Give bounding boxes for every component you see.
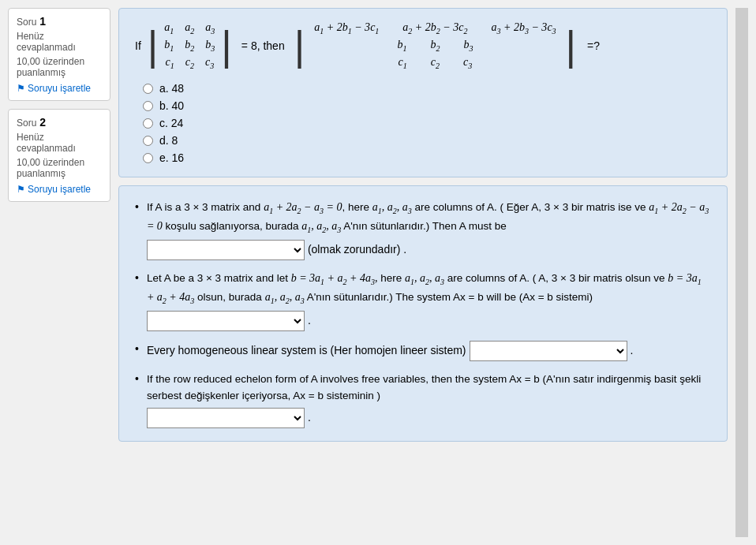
- flag-icon-1: ⚑: [17, 83, 25, 94]
- m-b3: b3: [205, 39, 215, 53]
- bullet-4: • If the row reduced echelon form of A i…: [135, 371, 711, 428]
- flag-icon-2: ⚑: [17, 184, 25, 195]
- result-label: =?: [587, 39, 600, 52]
- right-matrix: | a1 + 2b1 − 3c1 a2 + 2b2 − 3c2 a3 + 2b3…: [294, 21, 576, 69]
- rm-r2c3: b3: [463, 39, 473, 53]
- bullet-3-select-wrapper: consistent inconsistent: [470, 341, 627, 361]
- bullet-1-text: If A is a 3 × 3 matrix and a1 + 2a2 − a3…: [147, 199, 711, 237]
- m-c1: c1: [165, 56, 174, 70]
- rm-r2c1: b1: [397, 39, 406, 53]
- bullet-4-suffix: .: [308, 408, 311, 427]
- bullet-dot-2: •: [135, 271, 139, 284]
- question-card-2: • If A is a 3 × 3 matrix and a1 + 2a2 − …: [118, 185, 728, 441]
- option-c[interactable]: c. 24: [143, 117, 711, 129]
- if-label: If: [135, 39, 141, 52]
- equals-8-then: = 8, then: [241, 39, 285, 52]
- radio-b[interactable]: [143, 101, 153, 111]
- radio-options: a. 48 b. 40 c. 24 d. 8: [135, 82, 711, 164]
- left-matrix: | a1 a2 a3 b1 b2 b3: [148, 21, 232, 69]
- matrix-equation: If | a1 a2 a3 b1 b2: [135, 21, 711, 69]
- option-b[interactable]: b. 40: [143, 99, 711, 112]
- sidebar-status-1: Henüz cevaplanmadı: [17, 31, 102, 53]
- bullet-2-content: Let A be a 3 × 3 matrix and let b = 3a1 …: [147, 270, 711, 331]
- bullet-2: • Let A be a 3 × 3 matrix and let b = 3a…: [135, 270, 711, 331]
- bullet-2-suffix: .: [308, 311, 311, 330]
- content-area: If | a1 a2 a3 b1 b2: [118, 8, 728, 537]
- bullet-2-text: Let A be a 3 × 3 matrix and let b = 3a1 …: [147, 270, 711, 308]
- radio-c[interactable]: [143, 118, 153, 129]
- bullet-1-suffix: (olmak zorundadır) .: [308, 240, 406, 259]
- sidebar-points-1: 10,00 üzerinden puanlanmış: [17, 56, 102, 78]
- m-c3: c3: [205, 56, 214, 70]
- left-brace-open: |: [148, 25, 159, 66]
- rm-r1c2: a2 + 2b2 − 3c2: [402, 21, 467, 35]
- option-d[interactable]: d. 8: [143, 134, 711, 147]
- bullet-dot-4: •: [135, 372, 139, 385]
- m-a1: a1: [164, 21, 174, 35]
- right-brace-close: |: [566, 25, 577, 66]
- option-e-label: e. 16: [159, 151, 184, 164]
- bullet-dot-1: •: [135, 200, 139, 213]
- bullet-1: • If A is a 3 × 3 matrix and a1 + 2a2 − …: [135, 199, 711, 260]
- q2-content: • If A is a 3 × 3 matrix and a1 + 2a2 − …: [135, 199, 711, 427]
- m-b2: b2: [185, 39, 194, 53]
- sidebar-status-2: Henüz cevaplanmadı: [17, 132, 102, 154]
- main-container: Soru 1 Henüz cevaplanmadı 10,00 üzerinde…: [0, 0, 756, 545]
- radio-a[interactable]: [143, 84, 153, 94]
- bullet-3: • Every homogeneous linear system is (He…: [135, 341, 711, 361]
- bullet-2-select-wrapper: consistent inconsistent: [147, 311, 305, 331]
- rm-r2c2: b2: [430, 39, 440, 53]
- radio-d[interactable]: [143, 136, 153, 146]
- m-a2: a2: [185, 21, 194, 35]
- m-a3: a3: [205, 21, 215, 35]
- sidebar-card-q2: Soru 2 Henüz cevaplanmadı 10,00 üzerinde…: [8, 109, 110, 202]
- bullet-dot-3: •: [135, 342, 139, 355]
- option-b-label: b. 40: [159, 99, 184, 112]
- q1-content: If | a1 a2 a3 b1 b2: [135, 21, 711, 164]
- bullet-3-text: Every homogeneous linear system is (Her …: [147, 341, 466, 360]
- soru-number-2: 2: [39, 116, 46, 129]
- bullet-4-select-wrapper: has a unique solution has infinitely man…: [147, 408, 305, 428]
- sidebar: Soru 1 Henüz cevaplanmadı 10,00 üzerinde…: [8, 8, 110, 537]
- bullet-3-select[interactable]: consistent inconsistent: [470, 341, 627, 361]
- question-card-1: If | a1 a2 a3 b1 b2: [118, 8, 728, 177]
- option-d-label: d. 8: [159, 134, 178, 147]
- soru-label-2: Soru: [17, 118, 36, 129]
- option-e[interactable]: e. 16: [143, 151, 711, 164]
- rm-r3c1: c1: [399, 56, 407, 70]
- right-brace-open: |: [294, 25, 305, 66]
- soru-label-1: Soru: [17, 17, 36, 28]
- sidebar-points-2: 10,00 üzerinden puanlanmış: [17, 157, 102, 179]
- m-c2: c2: [185, 56, 194, 70]
- bullet-4-select[interactable]: has a unique solution has infinitely man…: [147, 408, 305, 428]
- option-c-label: c. 24: [159, 117, 183, 129]
- bullet-4-text: If the row reduced echelon form of A inv…: [147, 371, 711, 405]
- bullet-1-select[interactable]: singular nonsingular invertible: [147, 240, 305, 260]
- rm-r3c2: c2: [431, 56, 440, 70]
- radio-e[interactable]: [143, 153, 153, 163]
- bullet-3-suffix: .: [631, 341, 634, 360]
- bullet-2-select[interactable]: consistent inconsistent: [147, 311, 305, 331]
- option-a[interactable]: a. 48: [143, 82, 711, 95]
- rm-r1c1: a1 + 2b1 − 3c1: [314, 21, 379, 35]
- bullet-3-content: Every homogeneous linear system is (Her …: [147, 341, 711, 361]
- bullet-3-input-line: Every homogeneous linear system is (Her …: [147, 341, 711, 361]
- bullet-1-content: If A is a 3 × 3 matrix and a1 + 2a2 − a3…: [147, 199, 711, 260]
- left-brace-close: |: [221, 25, 232, 66]
- sidebar-card-q1: Soru 1 Henüz cevaplanmadı 10,00 üzerinde…: [8, 8, 110, 101]
- sidebar-link-1[interactable]: ⚑ Soruyu işaretle: [17, 83, 102, 94]
- option-a-label: a. 48: [159, 82, 184, 95]
- bullet-4-content: If the row reduced echelon form of A inv…: [147, 371, 711, 428]
- bullet-4-input-line: has a unique solution has infinitely man…: [147, 408, 711, 428]
- bullet-2-input-line: consistent inconsistent .: [147, 311, 711, 331]
- bullet-1-select-wrapper: singular nonsingular invertible: [147, 240, 305, 260]
- m-b1: b1: [164, 39, 174, 53]
- soru-number-1: 1: [39, 15, 46, 28]
- sidebar-link-2[interactable]: ⚑ Soruyu işaretle: [17, 184, 102, 195]
- bullet-1-input-line: singular nonsingular invertible (olmak z…: [147, 240, 711, 260]
- rm-r1c3: a3 + 2b3 − 3c3: [491, 21, 556, 35]
- rm-r3c3: c3: [463, 56, 472, 70]
- scrollbar[interactable]: [735, 8, 748, 537]
